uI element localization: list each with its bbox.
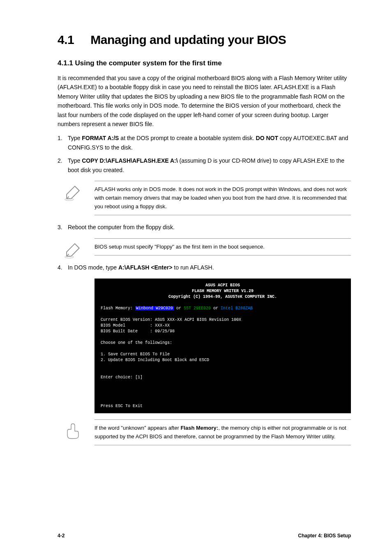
note-block: BIOS setup must specify "Floppy" as the … — [95, 238, 351, 256]
text-fragment: at the DOS prompt to create a bootable s… — [119, 135, 256, 141]
pencil-note-icon — [64, 241, 84, 261]
text-fragment: If the word "unknown" appears after — [95, 425, 180, 431]
step-number: 1. — [58, 134, 68, 152]
step-text: Type FORMAT A:/S at the DOS prompt to cr… — [68, 134, 351, 152]
terminal-option: 1. Save Current BIOS To File — [101, 352, 170, 357]
step-number: 3. — [58, 223, 68, 232]
chapter-label: Chapter 4: BIOS Setup — [298, 533, 351, 539]
text-fragment: Type — [68, 157, 82, 164]
terminal-line: Choose one of the followings: — [101, 341, 172, 345]
chapter-footer: Chapter 4: BIOS Setup — [298, 533, 351, 539]
subsection-heading: 4.1.1 Using the computer system for the … — [58, 59, 351, 67]
note-text: BIOS setup must specify "Floppy" as the … — [95, 243, 351, 251]
step-number: 2. — [58, 156, 68, 175]
step-item: 3. Reboot the computer from the floppy d… — [58, 223, 351, 232]
pencil-note-icon — [64, 183, 84, 204]
text-fragment: to run AFLASH. — [172, 264, 214, 271]
note-block: AFLASH works only in DOS mode. It does n… — [95, 181, 351, 215]
command-text: COPY D:\AFLASH\AFLASH.EXE A:\ — [82, 157, 178, 164]
body-paragraph: It is recommended that you save a copy o… — [58, 74, 351, 129]
step-number: 4. — [58, 263, 68, 272]
step-item: 4. In DOS mode, type A:\AFLASH <Enter> t… — [58, 263, 351, 272]
terminal-line: Press ESC To Exit — [101, 404, 143, 408]
terminal-line: Current BIOS Version: ASUS XXX-XX ACPI B… — [101, 318, 241, 322]
terminal-line: ASUS ACPI BIOS — [205, 283, 240, 288]
terminal-text: or — [174, 306, 184, 311]
terminal-line: BIOS Built Date : 09/25/98 — [101, 329, 175, 334]
note-block: If the word "unknown" appears after Flas… — [95, 419, 351, 446]
paragraph-text: It is recommended that you save a copy o… — [58, 75, 347, 127]
terminal-highlight: Intel B280ZAB — [221, 306, 253, 311]
terminal-container: ASUS ACPI BIOS FLASH MEMORY WRITER V1.29… — [95, 279, 351, 413]
terminal-text: or — [211, 306, 221, 311]
text-fragment: Type — [68, 135, 82, 141]
step-item: 1. Type FORMAT A:/S at the DOS prompt to… — [58, 134, 351, 152]
text-fragment: In DOS mode, type — [68, 264, 118, 271]
step-text: Reboot the computer from the floppy disk… — [68, 223, 351, 232]
command-text: A:\AFLASH <Enter> — [118, 264, 172, 271]
note-text: AFLASH works only in DOS mode. It does n… — [95, 185, 351, 211]
terminal-line: BIOS Model : XXX-XX — [101, 323, 170, 328]
terminal-header: ASUS ACPI BIOS FLASH MEMORY WRITER V1.29… — [101, 283, 345, 300]
terminal-prompt: Enter choice: [1] — [101, 375, 143, 380]
page-number: 4-2 — [58, 533, 65, 539]
step-text: Type COPY D:\AFLASH\AFLASH.EXE A:\ (assu… — [68, 156, 351, 175]
terminal-line: FLASH MEMORY WRITER V1.29 — [192, 289, 254, 293]
terminal-screenshot: ASUS ACPI BIOS FLASH MEMORY WRITER V1.29… — [95, 279, 351, 413]
section-heading: 4.1Managing and updating your BIOS — [58, 33, 351, 47]
emphasis-text: Flash Memory: — [180, 425, 218, 431]
emphasis-text: DO NOT — [256, 135, 278, 141]
terminal-highlight: Winbond W29C020 — [135, 306, 174, 311]
terminal-label: Flash Memory: — [101, 306, 135, 311]
command-text: FORMAT A:/S — [82, 135, 119, 141]
step-item: 2. Type COPY D:\AFLASH\AFLASH.EXE A:\ (a… — [58, 156, 351, 175]
step-text: In DOS mode, type A:\AFLASH <Enter> to r… — [68, 263, 351, 272]
terminal-line: Copyright (C) 1994-99, ASUSTeK COMPUTER … — [168, 295, 277, 299]
section-number: 4.1 — [58, 33, 74, 46]
note-text: If the word "unknown" appears after Flas… — [95, 424, 351, 441]
terminal-option: 2. Update BIOS Including Boot Block and … — [101, 358, 209, 362]
section-title: Managing and updating your BIOS — [90, 33, 286, 46]
terminal-highlight: SST 29EE020 — [184, 306, 211, 311]
hand-point-icon — [64, 422, 84, 442]
